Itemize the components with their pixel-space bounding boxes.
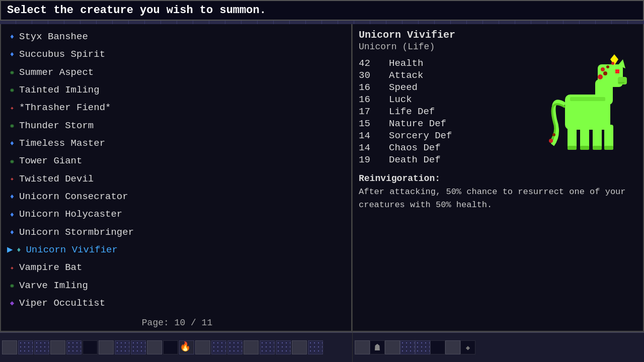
creature-sprite xyxy=(537,54,633,155)
creature-list-item[interactable]: ▶♦Unicorn Vivifier xyxy=(5,241,349,259)
bottom-floor-tile xyxy=(99,340,114,354)
creature-name: *Thrasher Fiend* xyxy=(19,100,111,116)
creature-icon: ♦ xyxy=(7,139,17,149)
creature-name: Summer Aspect xyxy=(19,65,94,80)
stat-row: 19Death Def xyxy=(359,154,637,165)
creature-list-item[interactable]: ♦Unicorn Stormbringer xyxy=(5,224,349,241)
creature-name: Unicorn Vivifier xyxy=(26,242,117,258)
creature-list-item[interactable]: ♦Styx Banshee xyxy=(5,28,349,46)
bottom-floor-tile xyxy=(244,340,259,354)
creature-name: Viper Occultist xyxy=(19,296,105,311)
stat-name: Speed xyxy=(389,82,418,93)
bottom-floor-tile xyxy=(292,340,307,354)
creature-list-item[interactable]: ♦Unicorn Consecrator xyxy=(5,188,349,206)
creature-icon: ❋ xyxy=(7,281,17,291)
creature-list-item[interactable]: ❋Tainted Imling xyxy=(5,81,349,99)
svg-rect-21 xyxy=(570,97,605,101)
creature-list-item[interactable]: ✦*Thrasher Fiend* xyxy=(5,99,349,117)
selection-arrow: ▶ xyxy=(7,242,13,258)
bottom-floor-tile xyxy=(308,340,323,354)
stat-name: Life Def xyxy=(389,106,435,117)
unicorn-image xyxy=(537,54,633,155)
detail-creature-type: Unicorn (Life) xyxy=(359,42,637,52)
stat-value: 42 xyxy=(359,58,389,69)
creature-icon: ♦ xyxy=(7,32,17,42)
detail-creature-name: Unicorn Vivifier xyxy=(359,29,637,41)
bottom-floor-tile xyxy=(115,340,130,354)
bottom-floor-tile xyxy=(131,340,146,354)
creature-list-item[interactable]: ♦Succubus Spirit xyxy=(5,46,349,63)
bottom-left-area: 🔥 xyxy=(0,332,352,362)
svg-rect-14 xyxy=(593,146,602,150)
stat-value: 16 xyxy=(359,94,389,105)
creature-name: Styx Banshee xyxy=(19,29,88,45)
creature-name: Thunder Storm xyxy=(19,118,94,134)
floor-tile-r5 xyxy=(415,340,430,354)
creature-list-item[interactable]: ♦Timeless Master xyxy=(5,135,349,152)
floor-tile-r1 xyxy=(355,340,370,354)
bottom-floor-tile xyxy=(2,340,17,354)
svg-point-23 xyxy=(552,133,555,136)
creature-icon: ❋ xyxy=(7,121,17,131)
svg-point-18 xyxy=(601,67,605,71)
header-text: Select the creature you wish to summon. xyxy=(7,4,266,17)
creature-name: Unicorn Stormbringer xyxy=(19,225,134,240)
svg-rect-7 xyxy=(618,82,624,83)
creature-name: Tower Giant xyxy=(19,153,82,169)
creature-list-item[interactable]: ✦Twisted Devil xyxy=(5,170,349,188)
creature-name: Twisted Devil xyxy=(19,171,94,187)
stat-name: Chaos Def xyxy=(389,142,441,153)
svg-point-22 xyxy=(549,139,553,143)
stat-name: Attack xyxy=(389,70,423,81)
stat-name: Sorcery Def xyxy=(389,130,452,141)
creature-list-item[interactable]: ❋Thunder Storm xyxy=(5,117,349,135)
bottom-floor-tile xyxy=(195,340,210,354)
svg-rect-12 xyxy=(568,146,577,150)
creature-icon: ♦ xyxy=(14,245,24,255)
floor-tile-r7 xyxy=(445,340,460,354)
bottom-floor-tile xyxy=(34,340,49,354)
bottom-bar: 🔥 ☗ ◆ xyxy=(0,332,644,362)
bottom-floor-tile xyxy=(66,340,82,354)
floor-tile-r3 xyxy=(385,340,400,354)
svg-rect-13 xyxy=(580,146,589,150)
creature-list-item[interactable]: ❋Varve Imling xyxy=(5,277,349,295)
bottom-floor-tile xyxy=(211,340,226,354)
creature-name: Vampire Bat xyxy=(19,260,82,276)
creature-list-item[interactable]: ❋Summer Aspect xyxy=(5,64,349,81)
ability-name: Reinvigoration: xyxy=(359,173,637,184)
floor-tile-r2: ☗ xyxy=(370,340,385,354)
bottom-floor-tile xyxy=(50,340,65,354)
creature-icon: ♦ xyxy=(7,192,17,202)
creature-icon: ✦ xyxy=(7,174,17,184)
floor-tile-r4 xyxy=(400,340,415,354)
creature-list-item[interactable]: ◆Viper Occultist xyxy=(5,295,349,312)
creature-name: Timeless Master xyxy=(19,136,105,151)
creature-list-item[interactable]: ❋Tower Giant xyxy=(5,152,349,170)
main-content: ♦Styx Banshee♦Succubus Spirit❋Summer Asp… xyxy=(0,24,644,332)
creature-list-panel: ♦Styx Banshee♦Succubus Spirit❋Summer Asp… xyxy=(0,24,352,332)
creature-detail-panel: Unicorn Vivifier Unicorn (Life) 42Health… xyxy=(352,24,644,332)
stat-name: Health xyxy=(389,58,423,69)
creature-name: Succubus Spirit xyxy=(19,47,105,62)
stat-value: 14 xyxy=(359,130,389,141)
creature-list-item[interactable]: ✦Vampire Bat xyxy=(5,259,349,277)
page-indicator: Page: 10 / 11 xyxy=(5,315,349,329)
bottom-floor-tile xyxy=(18,340,33,354)
stat-value: 16 xyxy=(359,82,389,93)
creature-icon: ❋ xyxy=(7,85,17,96)
creature-icon: ✦ xyxy=(7,103,17,113)
svg-rect-5 xyxy=(615,69,619,73)
creature-name: Tainted Imling xyxy=(19,82,100,98)
svg-rect-15 xyxy=(604,146,613,150)
stat-value: 19 xyxy=(359,154,389,165)
creature-icon: ♦ xyxy=(7,50,17,60)
bottom-floor-tile xyxy=(147,340,162,354)
creature-icon: ❋ xyxy=(7,67,17,77)
creature-list-item[interactable]: ♦Unicorn Holycaster xyxy=(5,206,349,223)
header-bar: Select the creature you wish to summon. xyxy=(0,0,644,21)
creature-name: Unicorn Holycaster xyxy=(19,207,122,222)
ability-section: Reinvigoration: After attacking, 50% cha… xyxy=(359,173,637,211)
creature-icon: ❋ xyxy=(7,156,17,166)
creature-icon: ♦ xyxy=(7,227,17,237)
